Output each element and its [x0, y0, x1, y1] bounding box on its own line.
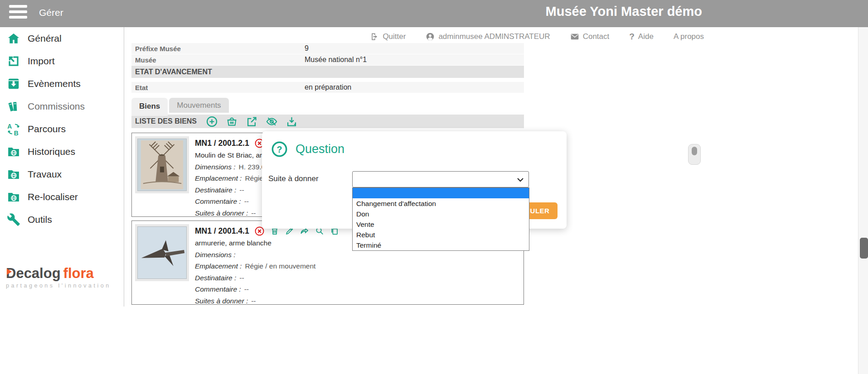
- option-don[interactable]: Don: [353, 209, 529, 219]
- tab-biens[interactable]: Biens: [131, 98, 168, 116]
- sidebar-item-import[interactable]: Import: [0, 50, 124, 72]
- bien-code: MN1 / 2001.4.1: [195, 226, 249, 236]
- sidebar-item-evenements[interactable]: Evènements: [0, 72, 124, 95]
- decalog-flora-logo: Decalogflora partageons l'innovation: [6, 265, 115, 289]
- folder-globe-icon: [7, 145, 20, 158]
- sidebar-item-commissions[interactable]: Commissions: [0, 95, 124, 118]
- logout-icon: [370, 32, 379, 41]
- hamburger-menu-icon[interactable]: [9, 5, 27, 19]
- option-vente[interactable]: Vente: [353, 219, 529, 230]
- bien-description: armurerie, arme blanche: [195, 237, 339, 249]
- chevron-down-icon: [517, 178, 524, 182]
- svg-text:?: ?: [277, 144, 282, 154]
- etat-value: en préparation: [305, 83, 351, 91]
- liste-des-biens-bar: LISTE DES BIENS: [131, 115, 524, 128]
- field-row-etat: Etat en préparation: [131, 82, 524, 93]
- user-icon: [426, 32, 435, 41]
- tabs-bar: Biens Mouvements: [131, 98, 524, 113]
- eye-off-icon[interactable]: [266, 115, 278, 128]
- logo-brand: Decalog: [6, 265, 61, 281]
- suite-a-donner-label: Suite à donner: [268, 174, 319, 183]
- option-termine[interactable]: Terminé: [353, 240, 529, 250]
- logo-tagline: partageons l'innovation: [6, 283, 115, 289]
- scroll-indicator-thumb: [692, 147, 697, 155]
- envelope-icon: [570, 32, 579, 41]
- home-icon: [7, 32, 20, 45]
- contact-link[interactable]: Contact: [570, 32, 610, 41]
- folder-globe-icon: [7, 190, 20, 204]
- musee-value: Musée national n°1: [305, 56, 367, 64]
- help-link[interactable]: ? Aide: [629, 32, 654, 42]
- app-title: Musée Yoni Master démo: [546, 4, 702, 19]
- sidebar-item-relocaliser[interactable]: Re-localiser: [0, 186, 124, 208]
- prefixe-musee-label: Préfixe Musée: [131, 45, 305, 53]
- suite-a-donner-options: Changement d'affectation Don Vente Rebut…: [352, 187, 529, 251]
- section-etat-avancement: ETAT D'AVANCEMENT: [131, 66, 524, 78]
- external-link-icon[interactable]: [246, 115, 258, 128]
- svg-text:B: B: [14, 130, 19, 136]
- option-empty[interactable]: [353, 188, 529, 198]
- sidebar: Général Import Evènements Commissions AB…: [0, 27, 124, 307]
- bien-thumbnail-spear[interactable]: [135, 224, 189, 281]
- books-icon: [7, 100, 20, 113]
- dialog-title: Question: [296, 142, 344, 156]
- topbar: Gérer Musée Yoni Master démo: [0, 0, 868, 27]
- sidebar-item-general[interactable]: Général: [0, 27, 124, 50]
- sidebar-item-parcours[interactable]: AB Parcours: [0, 118, 124, 140]
- option-changement-affectation[interactable]: Changement d'affectation: [353, 198, 529, 209]
- liste-des-biens-title: LISTE DES BIENS: [135, 117, 197, 125]
- sidebar-item-historiques[interactable]: Historiques: [0, 140, 124, 163]
- sidebar-item-travaux[interactable]: Travaux: [0, 163, 124, 186]
- svg-text:A: A: [7, 123, 12, 130]
- ab-swap-icon: AB: [7, 122, 20, 136]
- tab-mouvements[interactable]: Mouvements: [169, 98, 228, 113]
- download-tray-icon[interactable]: [286, 115, 298, 128]
- vertical-scrollbar-thumb[interactable]: [860, 238, 868, 259]
- about-link[interactable]: A propos: [674, 32, 704, 41]
- user-links-bar: Quitter adminmusee ADMINSTRATEUR Contact…: [124, 29, 868, 44]
- wrench-icon: [7, 213, 20, 226]
- basket-icon[interactable]: [226, 115, 238, 128]
- vertical-scrollbar-track: [858, 27, 868, 374]
- field-row-musee: Musée Musée national n°1: [131, 54, 524, 65]
- question-mark-icon: ?: [629, 32, 635, 42]
- musee-label: Musée: [131, 56, 305, 64]
- folder-globe-icon: [7, 168, 20, 181]
- archive-box-icon: [7, 77, 20, 91]
- quit-link[interactable]: Quitter: [370, 32, 406, 41]
- topbar-section-label: Gérer: [39, 7, 63, 18]
- field-row-prefixe: Préfixe Musée 9: [131, 43, 524, 54]
- current-user[interactable]: adminmusee ADMINSTRATEUR: [426, 32, 550, 41]
- prefixe-musee-value: 9: [305, 44, 309, 53]
- import-icon: [7, 54, 20, 68]
- sidebar-item-outils[interactable]: Outils: [0, 208, 124, 231]
- suite-a-donner-select[interactable]: [352, 171, 529, 187]
- bien-thumbnail-windmill[interactable]: [135, 136, 189, 193]
- bien-code: MN1 / 2001.2.1: [195, 139, 249, 148]
- question-circle-icon: ?: [271, 141, 288, 158]
- option-rebut[interactable]: Rebut: [353, 230, 529, 240]
- floating-scroll-indicator[interactable]: [688, 144, 701, 165]
- add-item-icon[interactable]: [206, 115, 218, 128]
- logo-product: flora: [63, 265, 94, 281]
- etat-label: Etat: [131, 84, 305, 91]
